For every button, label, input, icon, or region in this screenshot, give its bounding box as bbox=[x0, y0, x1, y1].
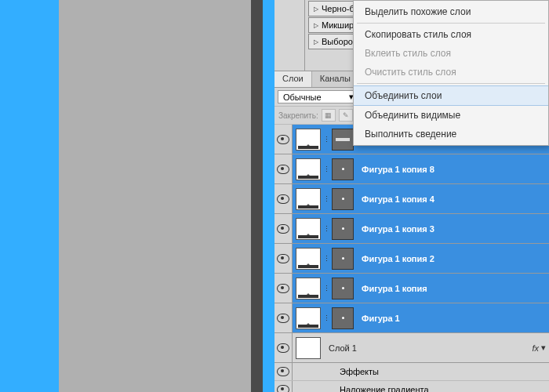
layer-row[interactable]: ⋮ Фигура 1 копия 8 bbox=[274, 154, 549, 184]
layer-row[interactable]: ⋮ Фигура 1 копия 3 bbox=[274, 214, 549, 244]
effect-gradient-overlay-row[interactable]: Наложение градиента bbox=[274, 381, 549, 392]
blend-mode-select[interactable]: Обычные ▾ bbox=[278, 90, 359, 103]
eye-icon bbox=[277, 254, 289, 263]
eye-icon bbox=[277, 314, 289, 323]
effects-group-row[interactable]: Эффекты bbox=[274, 363, 549, 381]
visibility-toggle[interactable] bbox=[274, 303, 293, 332]
layer-thumbnail[interactable] bbox=[296, 337, 321, 359]
lock-brush-icon[interactable]: ✎ bbox=[339, 109, 353, 122]
layer-thumbnail[interactable] bbox=[296, 158, 321, 180]
triangle-icon: ▷ bbox=[314, 38, 318, 45]
lock-transparency[interactable]: ▦ bbox=[322, 109, 336, 122]
layer-thumbnail[interactable] bbox=[296, 307, 321, 329]
layer-name[interactable]: Фигура 1 копия 2 bbox=[357, 254, 434, 263]
eye-icon bbox=[277, 224, 289, 234]
ctx-paste-style[interactable]: Вклеить стиль слоя bbox=[354, 44, 548, 63]
vector-mask-thumbnail[interactable] bbox=[332, 129, 354, 151]
tab-layers[interactable]: Слои bbox=[274, 71, 312, 87]
layer-row[interactable]: Слой 1 fx ▾ bbox=[274, 333, 549, 363]
document-canvas[interactable] bbox=[59, 0, 263, 392]
visibility-toggle[interactable] bbox=[274, 214, 293, 243]
lock-label: Закрепить: bbox=[278, 111, 318, 120]
visibility-toggle[interactable] bbox=[274, 333, 293, 362]
layer-thumbnail[interactable] bbox=[296, 248, 321, 270]
effect-label: Наложение градиента bbox=[340, 385, 429, 392]
vector-mask-thumbnail[interactable] bbox=[332, 188, 354, 210]
layer-row[interactable]: ⋮ Фигура 1 bbox=[274, 303, 549, 333]
ctx-select-similar[interactable]: Выделить похожие слои bbox=[354, 2, 548, 21]
visibility-toggle[interactable] bbox=[274, 184, 293, 213]
effects-label: Эффекты bbox=[340, 367, 379, 376]
vector-mask-thumbnail[interactable] bbox=[332, 278, 354, 299]
layer-row[interactable]: ⋮ Фигура 1 копия 2 bbox=[274, 244, 549, 274]
ctx-merge-layers[interactable]: Объединить слои bbox=[354, 85, 548, 106]
ctx-clear-style[interactable]: Очистить стиль слоя bbox=[354, 63, 548, 82]
chevron-down-icon: ▾ bbox=[541, 343, 546, 353]
link-icon: ⋮ bbox=[323, 223, 329, 234]
fx-badge[interactable]: fx ▾ bbox=[532, 343, 546, 353]
separator bbox=[357, 23, 545, 24]
layer-row[interactable]: ⋮ Фигура 1 копия 4 bbox=[274, 184, 549, 214]
layer-name[interactable]: Фигура 1 копия 4 bbox=[357, 194, 434, 204]
layer-row[interactable]: ⋮ Фигура 1 копия bbox=[274, 274, 549, 303]
ctx-copy-style[interactable]: Скопировать стиль слоя bbox=[354, 25, 548, 44]
layer-thumbnail[interactable] bbox=[296, 188, 321, 210]
link-icon: ⋮ bbox=[323, 253, 329, 264]
layer-name[interactable]: Фигура 1 bbox=[357, 314, 400, 323]
triangle-icon: ▷ bbox=[314, 22, 318, 29]
eye-icon bbox=[277, 343, 289, 353]
layer-thumbnail[interactable] bbox=[296, 278, 321, 299]
layer-list: ⋮ Фигура 2 ⋮ Фигура 1 копия 8 ⋮ bbox=[274, 125, 549, 392]
link-icon: ⋮ bbox=[323, 194, 329, 205]
vector-mask-thumbnail[interactable] bbox=[332, 248, 354, 270]
eye-icon bbox=[277, 385, 289, 392]
vector-mask-thumbnail[interactable] bbox=[332, 218, 354, 240]
layer-thumbnail[interactable] bbox=[296, 218, 321, 240]
triangle-icon: ▷ bbox=[314, 5, 318, 13]
blend-mode-value: Обычные bbox=[283, 93, 322, 102]
visibility-toggle[interactable] bbox=[274, 274, 293, 303]
separator bbox=[357, 83, 545, 84]
layer-name[interactable]: Слой 1 bbox=[324, 343, 357, 353]
vector-mask-thumbnail[interactable] bbox=[332, 307, 354, 329]
visibility-toggle[interactable] bbox=[274, 125, 293, 154]
eye-icon bbox=[277, 367, 289, 376]
link-icon: ⋮ bbox=[323, 164, 329, 175]
link-icon: ⋮ bbox=[323, 313, 329, 324]
layer-name[interactable]: Фигура 1 копия bbox=[357, 284, 427, 293]
link-icon: ⋮ bbox=[323, 283, 329, 294]
vector-mask-thumbnail[interactable] bbox=[332, 158, 354, 180]
ctx-merge-visible[interactable]: Объединить видимые bbox=[354, 106, 548, 125]
tab-channels[interactable]: Каналы bbox=[312, 71, 359, 87]
layer-thumbnail[interactable] bbox=[296, 129, 321, 151]
ctx-flatten[interactable]: Выполнить сведение bbox=[354, 125, 548, 143]
layer-name[interactable]: Фигура 1 копия 3 bbox=[357, 224, 434, 234]
visibility-toggle[interactable] bbox=[274, 381, 293, 392]
visibility-toggle[interactable] bbox=[274, 244, 293, 273]
eye-icon bbox=[277, 194, 289, 204]
layer-name[interactable]: Фигура 1 копия 8 bbox=[357, 165, 434, 174]
visibility-toggle[interactable] bbox=[274, 363, 293, 380]
layer-context-menu: Выделить похожие слои Скопировать стиль … bbox=[353, 0, 549, 146]
eye-icon bbox=[277, 284, 289, 293]
eye-icon bbox=[277, 165, 289, 174]
visibility-toggle[interactable] bbox=[274, 154, 293, 183]
link-icon: ⋮ bbox=[323, 134, 329, 145]
eye-icon bbox=[277, 135, 289, 144]
